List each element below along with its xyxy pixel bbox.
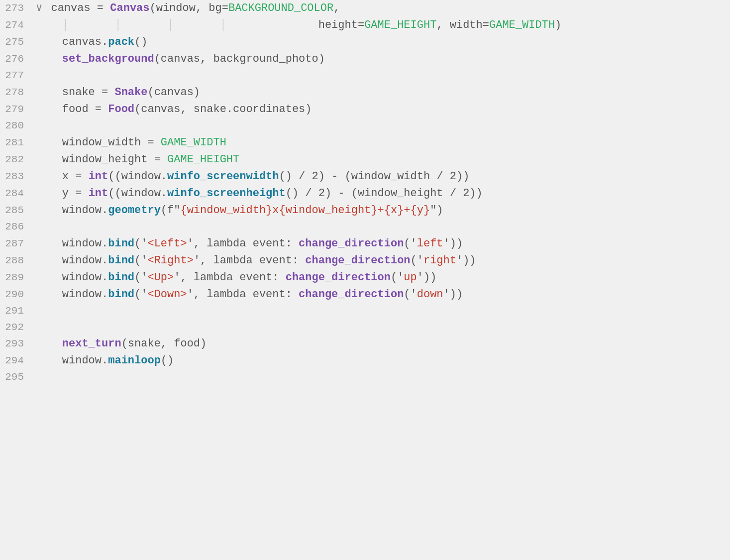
line-number: 289 bbox=[0, 270, 36, 286]
line-code: │ │ │ │ height=GAME_HEIGHT, width=GAME_W… bbox=[36, 17, 730, 34]
line-code: y = int((window.winfo_screenheight() / 2… bbox=[36, 185, 730, 202]
code-line: 291 bbox=[0, 303, 730, 320]
code-line: 280 bbox=[0, 118, 730, 134]
line-code: next_turn(snake, food) bbox=[36, 336, 730, 352]
code-line: 285 window.geometry(f"{window_width}x{wi… bbox=[0, 202, 730, 219]
code-line: 287 window.bind('<Left>', lambda event: … bbox=[0, 235, 730, 252]
line-number: 279 bbox=[0, 102, 36, 118]
line-number: 292 bbox=[0, 320, 36, 336]
line-number: 293 bbox=[0, 336, 36, 352]
code-editor: 273∨ canvas = Canvas(window, bg=BACKGROU… bbox=[0, 0, 730, 560]
code-line: 288 window.bind('<Right>', lambda event:… bbox=[0, 252, 730, 269]
line-code: set_background(canvas, background_photo) bbox=[36, 51, 730, 68]
line-number: 286 bbox=[0, 219, 36, 235]
line-number: 295 bbox=[0, 369, 36, 386]
line-number: 288 bbox=[0, 253, 36, 269]
line-code: food = Food(canvas, snake.coordinates) bbox=[36, 101, 730, 118]
code-line: 276 set_background(canvas, background_ph… bbox=[0, 51, 730, 68]
line-number: 287 bbox=[0, 236, 36, 252]
line-code: snake = Snake(canvas) bbox=[36, 84, 730, 101]
code-line: 294 window.mainloop() bbox=[0, 352, 730, 369]
line-code: ∨ canvas = Canvas(window, bg=BACKGROUND_… bbox=[36, 0, 730, 17]
line-number: 294 bbox=[0, 353, 36, 369]
line-number: 291 bbox=[0, 303, 36, 320]
code-line: 290 window.bind('<Down>', lambda event: … bbox=[0, 286, 730, 303]
line-code: window_width = GAME_WIDTH bbox=[36, 134, 730, 151]
code-line: 286 bbox=[0, 219, 730, 235]
code-line: 274 │ │ │ │ height=GAME_HEIGHT, width=GA… bbox=[0, 17, 730, 34]
line-number: 274 bbox=[0, 17, 36, 34]
line-code: window.bind('<Down>', lambda event: chan… bbox=[36, 286, 730, 303]
code-line: 292 bbox=[0, 320, 730, 336]
code-line: 284 y = int((window.winfo_screenheight()… bbox=[0, 185, 730, 202]
code-line: 278 snake = Snake(canvas) bbox=[0, 84, 730, 101]
line-code: window_height = GAME_HEIGHT bbox=[36, 151, 730, 168]
line-number: 282 bbox=[0, 152, 36, 168]
line-number: 277 bbox=[0, 68, 36, 84]
code-line: 289 window.bind('<Up>', lambda event: ch… bbox=[0, 269, 730, 286]
line-number: 283 bbox=[0, 169, 36, 185]
line-code: x = int((window.winfo_screenwidth() / 2)… bbox=[36, 168, 730, 185]
line-code: window.bind('<Left>', lambda event: chan… bbox=[36, 235, 730, 252]
line-number: 278 bbox=[0, 85, 36, 101]
code-line: 275 canvas.pack() bbox=[0, 34, 730, 51]
line-code: canvas.pack() bbox=[36, 34, 730, 51]
line-number: 284 bbox=[0, 186, 36, 202]
code-line: 273∨ canvas = Canvas(window, bg=BACKGROU… bbox=[0, 0, 730, 17]
line-code: window.bind('<Up>', lambda event: change… bbox=[36, 269, 730, 286]
code-line: 282 window_height = GAME_HEIGHT bbox=[0, 151, 730, 168]
code-line: 295 bbox=[0, 369, 730, 386]
line-number: 273 bbox=[0, 0, 36, 17]
line-number: 280 bbox=[0, 118, 36, 134]
line-code: window.bind('<Right>', lambda event: cha… bbox=[36, 252, 730, 269]
code-line: 279 food = Food(canvas, snake.coordinate… bbox=[0, 101, 730, 118]
code-line: 277 bbox=[0, 68, 730, 84]
code-line: 283 x = int((window.winfo_screenwidth() … bbox=[0, 168, 730, 185]
code-line: 293 next_turn(snake, food) bbox=[0, 336, 730, 352]
line-number: 275 bbox=[0, 34, 36, 51]
line-code: window.mainloop() bbox=[36, 352, 730, 369]
line-code: window.geometry(f"{window_width}x{window… bbox=[36, 202, 730, 219]
line-number: 276 bbox=[0, 51, 36, 68]
line-number: 285 bbox=[0, 203, 36, 219]
line-number: 290 bbox=[0, 287, 36, 303]
line-number: 281 bbox=[0, 135, 36, 151]
code-line: 281 window_width = GAME_WIDTH bbox=[0, 134, 730, 151]
